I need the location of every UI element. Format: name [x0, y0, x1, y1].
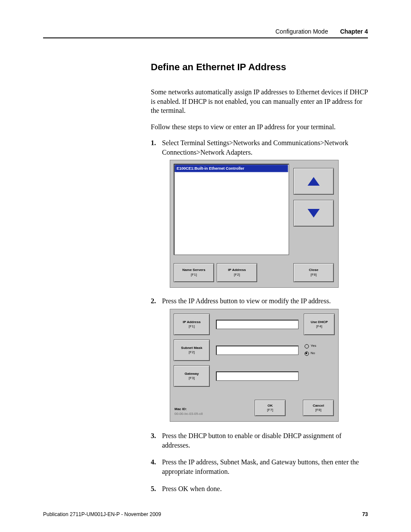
step-4: 4. Press the IP address, Subnet Mask, an…: [151, 457, 368, 476]
button-shortcut: [F4]: [316, 324, 322, 329]
dhcp-radio-group: Yes No: [300, 339, 335, 360]
name-servers-button[interactable]: Name Servers [F1]: [174, 263, 214, 282]
ip-address-field[interactable]: [216, 320, 299, 329]
dhcp-yes-option[interactable]: Yes: [305, 344, 316, 348]
mac-label: Mac ID:: [174, 407, 203, 411]
button-label: Close: [309, 268, 318, 272]
cancel-button[interactable]: Cancel [F8]: [303, 400, 334, 416]
step-number: 2.: [151, 296, 156, 306]
button-label: Gateway: [185, 372, 199, 376]
gateway-field[interactable]: [216, 371, 299, 381]
step-number: 1.: [151, 138, 156, 148]
intro-paragraph-2: Follow these steps to view or enter an I…: [151, 122, 368, 132]
subnet-mask-label-button[interactable]: Subnet Mask [F2]: [174, 339, 210, 361]
radio-label: Yes: [311, 344, 316, 348]
page-footer: Publication 2711P-UM001J-EN-P - November…: [43, 511, 368, 517]
arrow-up-icon: [308, 177, 320, 186]
radio-label: No: [311, 351, 315, 356]
step-text: Press the IP Address button to view or m…: [162, 297, 331, 305]
adapter-listbox[interactable]: E100CE1:Built-in Ethernet Controller: [174, 164, 289, 255]
button-shortcut: [F7]: [267, 408, 273, 412]
intro-paragraph-1: Some networks automatically assign IP ad…: [151, 87, 368, 115]
button-label: Subnet Mask: [181, 346, 202, 350]
step-number: 4.: [151, 457, 156, 467]
header-chapter: Chapter 4: [340, 28, 368, 35]
step-number: 3.: [151, 431, 156, 441]
step-text: Select Terminal Settings>Networks and Co…: [162, 139, 349, 156]
page-number: 73: [362, 511, 368, 517]
radio-on-icon: [305, 352, 309, 356]
step-2: 2. Press the IP Address button to view o…: [151, 296, 368, 422]
dhcp-no-option[interactable]: No: [305, 351, 315, 356]
adapter-selected-item[interactable]: E100CE1:Built-in Ethernet Controller: [174, 165, 288, 172]
button-shortcut: [F2]: [189, 350, 195, 355]
radio-off-icon: [305, 344, 309, 348]
gateway-label-button[interactable]: Gateway [F3]: [174, 365, 210, 387]
ok-button[interactable]: OK [F7]: [255, 400, 286, 416]
step-number: 5.: [151, 484, 156, 494]
button-label: OK: [268, 404, 273, 408]
button-shortcut: [F2]: [234, 273, 240, 277]
network-adapters-panel: E100CE1:Built-in Ethernet Controller Nam…: [170, 160, 339, 288]
scroll-up-button[interactable]: [293, 168, 334, 195]
button-label: IP Address: [183, 320, 200, 324]
button-shortcut: [F1]: [191, 273, 197, 277]
page-header: Configuration Mode Chapter 4: [43, 28, 368, 38]
button-shortcut: [F8]: [311, 273, 317, 277]
button-label: IP Address: [228, 268, 246, 272]
button-shortcut: [F8]: [315, 408, 321, 412]
ip-address-label-button[interactable]: IP Address [F1]: [174, 314, 210, 335]
button-label: Cancel: [313, 404, 324, 408]
section-heading: Define an Ethernet IP Address: [151, 62, 368, 73]
button-shortcut: [F3]: [189, 376, 195, 380]
step-5: 5. Press OK when done.: [151, 484, 368, 494]
button-label: Use DHCP: [311, 320, 328, 324]
step-text: Press the DHCP button to enable or disab…: [162, 432, 342, 449]
subnet-mask-field[interactable]: [216, 345, 299, 355]
header-section: Configuration Mode: [275, 28, 328, 35]
step-1: 1. Select Terminal Settings>Networks and…: [151, 138, 368, 287]
button-shortcut: [F1]: [189, 324, 195, 329]
use-dhcp-button[interactable]: Use DHCP [F4]: [304, 314, 335, 335]
ip-address-dialog: IP Address [F1] Use DHCP [F4] Subnet Mas…: [170, 309, 339, 422]
scroll-down-button[interactable]: [293, 200, 334, 227]
button-label: Name Servers: [182, 268, 205, 272]
mac-value: 00-00-bc-03-05-c8: [174, 411, 203, 416]
step-3: 3. Press the DHCP button to enable or di…: [151, 431, 368, 450]
ip-address-button[interactable]: IP Address [F2]: [217, 263, 257, 282]
mac-id-display: Mac ID: 00-00-bc-03-05-c8: [174, 407, 203, 416]
step-text: Press OK when done.: [162, 485, 222, 492]
arrow-down-icon: [308, 209, 320, 218]
close-button[interactable]: Close [F8]: [293, 263, 334, 282]
step-text: Press the IP address, Subnet Mask, and G…: [162, 458, 359, 475]
publication-info: Publication 2711P-UM001J-EN-P - November…: [43, 511, 161, 517]
